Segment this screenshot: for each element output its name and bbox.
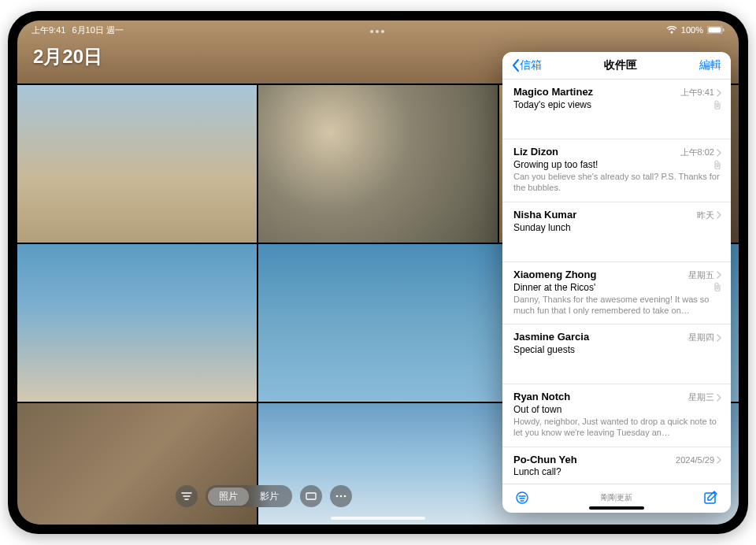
svg-point-5 (340, 495, 343, 498)
back-label: 信箱 (520, 58, 542, 72)
mail-item[interactable]: Xiaomeng Zhong星期五Dinner at the Ricos'Dan… (502, 262, 731, 325)
mail-time: 上午8:02 (680, 146, 721, 158)
mail-preview: Danny, Thanks for the awesome evening! I… (513, 294, 721, 317)
mail-subject: Growing up too fast! (513, 159, 598, 170)
chevron-right-icon (717, 394, 721, 402)
attachment-icon (713, 160, 721, 169)
mail-item[interactable]: Po-Chun Yeh2024/5/29Lunch call? (502, 447, 731, 484)
mail-subject: Sunday lunch (513, 222, 571, 233)
mail-time: 星期三 (688, 391, 721, 403)
mail-preview: Can you believe she's already so tall? P… (513, 171, 721, 194)
slideover-bottom-handle[interactable] (589, 506, 644, 510)
photo-tile[interactable] (17, 244, 257, 402)
mail-subject: Today's epic views (513, 99, 591, 110)
mail-sender: Liz Dizon (513, 146, 558, 158)
mail-slideover-panel: ••• 信箱 收件匣 編輯 Magico Martinez上午9:41Today… (502, 52, 731, 513)
svg-rect-3 (306, 493, 316, 499)
segment-photos[interactable]: 照片 (208, 488, 249, 506)
mail-navbar: 信箱 收件匣 編輯 (502, 52, 731, 80)
chevron-right-icon (717, 334, 721, 342)
mail-sender: Xiaomeng Zhong (513, 269, 596, 280)
chevron-right-icon (717, 211, 721, 219)
mail-preview: Howdy, neighbor, Just wanted to drop a q… (513, 416, 721, 439)
battery-icon (707, 26, 724, 34)
mail-sender: Ryan Notch (513, 391, 570, 402)
chevron-right-icon (717, 89, 721, 97)
mail-sender: Po-Chun Yeh (513, 454, 577, 465)
mail-sender: Magico Martinez (513, 86, 593, 98)
mail-subject: Out of town (513, 404, 561, 415)
status-date: 6月10日 週一 (72, 24, 123, 36)
more-button[interactable] (330, 485, 352, 507)
mail-sender: Nisha Kumar (513, 209, 576, 221)
filter-mail-button[interactable] (513, 489, 531, 506)
mail-sender: Jasmine Garcia (513, 331, 589, 343)
mail-time: 星期四 (688, 332, 721, 343)
chevron-right-icon (717, 271, 721, 279)
back-button[interactable]: 信箱 (512, 58, 542, 72)
mail-status-text: 剛剛更新 (601, 492, 632, 503)
svg-rect-2 (723, 28, 724, 32)
mail-time: 星期五 (688, 269, 721, 281)
svg-point-6 (344, 495, 346, 498)
mail-subject: Special guests (513, 344, 575, 355)
photo-tile[interactable] (17, 85, 257, 243)
svg-point-4 (336, 495, 339, 498)
compose-button[interactable] (702, 489, 720, 506)
status-time: 上午9:41 (32, 24, 65, 36)
photos-date-header: 2月20日 (33, 44, 102, 69)
chevron-right-icon (717, 149, 721, 157)
status-bar: 上午9:41 6月10日 週一 100% (17, 20, 739, 38)
mail-subject: Dinner at the Ricos' (513, 282, 595, 293)
media-type-segment[interactable]: 照片 影片 (206, 485, 292, 507)
chevron-left-icon (512, 59, 519, 72)
home-indicator[interactable] (331, 517, 425, 520)
ipad-frame: 上午9:41 6月10日 週一 100% ••• 2月20日 照片 (8, 11, 748, 534)
photos-bottom-toolbar: 照片 影片 (17, 485, 510, 507)
mail-title: 收件匣 (604, 58, 637, 72)
filter-button[interactable] (176, 485, 198, 507)
wifi-icon (666, 26, 677, 34)
photo-tile[interactable] (258, 85, 498, 243)
mail-item[interactable]: Nisha Kumar昨天Sunday lunch (502, 202, 731, 262)
edit-button[interactable]: 編輯 (699, 58, 721, 72)
mail-time: 上午9:41 (680, 87, 721, 98)
mail-list[interactable]: Magico Martinez上午9:41Today's epic viewsL… (502, 80, 731, 484)
segment-videos[interactable]: 影片 (249, 488, 290, 506)
svg-rect-8 (705, 493, 715, 503)
screen: 上午9:41 6月10日 週一 100% ••• 2月20日 照片 (17, 20, 739, 525)
mail-item[interactable]: Magico Martinez上午9:41Today's epic views (502, 80, 731, 139)
svg-point-7 (517, 492, 528, 503)
mail-subject: Lunch call? (513, 466, 561, 477)
svg-rect-1 (709, 28, 721, 33)
attachment-icon (713, 100, 721, 109)
attachment-icon (713, 282, 721, 291)
mail-time: 2024/5/29 (676, 455, 721, 465)
aspect-button[interactable] (300, 485, 322, 507)
chevron-right-icon (717, 456, 721, 464)
mail-item[interactable]: Jasmine Garcia星期四Special guests (502, 324, 731, 384)
mail-item[interactable]: Ryan Notch星期三Out of townHowdy, neighbor,… (502, 384, 731, 447)
mail-item[interactable]: Liz Dizon上午8:02Growing up too fast!Can y… (502, 139, 731, 202)
battery-percentage: 100% (681, 25, 703, 35)
mail-time: 昨天 (697, 209, 721, 221)
